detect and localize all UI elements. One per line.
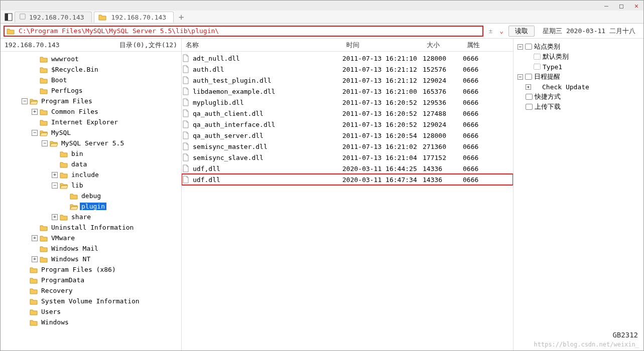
tree-item[interactable]: −MySQL Server 5.5 <box>2 138 180 148</box>
spacer <box>22 309 28 315</box>
file-row[interactable]: auth_test_plugin.dll2011-07-13 16:21:121… <box>182 75 513 86</box>
file-row[interactable]: qa_auth_client.dll2011-07-13 16:20:52127… <box>182 108 513 119</box>
chevron-down-icon[interactable]: ⌄ <box>497 27 505 35</box>
side-node-shortcut[interactable]: 快捷方式 <box>518 92 639 102</box>
folder-icon <box>30 98 38 105</box>
file-name: auth_test_plugin.dll <box>193 77 272 84</box>
file-time: 2011-07-13 16:21:00 <box>342 88 423 95</box>
file-row[interactable]: mypluglib.dll2011-07-13 16:20:5212953606… <box>182 97 513 108</box>
tree-label: bin <box>70 150 84 157</box>
app-icon[interactable] <box>3 12 15 23</box>
tree-item[interactable]: plugin <box>2 201 180 212</box>
file-size: 129536 <box>423 99 463 106</box>
folder-icon <box>40 256 48 263</box>
file-name: qa_auth_interface.dll <box>193 121 275 128</box>
tree-item[interactable]: Recovery <box>2 285 180 296</box>
file-row[interactable]: udf.dll2020-03-11 16:47:34143360666 <box>182 174 513 185</box>
tree-item[interactable]: Internet Explorer <box>2 117 180 127</box>
expand-icon[interactable]: + <box>52 172 58 178</box>
side-node-schedule[interactable]: −日程提醒 <box>518 72 639 82</box>
file-row[interactable]: adt_null.dll2011-07-13 16:21:10128000066… <box>182 53 513 64</box>
file-size: 271360 <box>423 143 463 150</box>
tree-item[interactable]: bin <box>2 148 180 159</box>
tree-label: Users <box>40 308 62 315</box>
file-icon <box>182 65 190 73</box>
folder-icon <box>30 319 38 326</box>
side-node-transfer[interactable]: 上传下载 <box>518 102 639 112</box>
toggle-icon[interactable]: ± <box>486 27 494 35</box>
col-time[interactable]: 时间 <box>342 41 423 50</box>
tree-item[interactable]: Uninstall Information <box>2 222 180 233</box>
expand-icon[interactable]: + <box>32 109 38 115</box>
spacer <box>52 161 58 167</box>
folder-icon <box>7 28 15 35</box>
col-size[interactable]: 大小 <box>423 41 463 50</box>
tree-item[interactable]: $Recycle.Bin <box>2 64 180 75</box>
tree-item[interactable]: Boot <box>2 75 180 85</box>
file-row[interactable]: qa_auth_interface.dll2011-07-13 16:20:52… <box>182 119 513 130</box>
tree-item[interactable]: −lib <box>2 180 180 191</box>
tab-inactive[interactable]: 192.168.70.143 <box>15 12 92 23</box>
tree-label: include <box>70 171 100 179</box>
tree-stats: 目录(0),文件(12) <box>119 41 177 50</box>
file-attr: 0666 <box>463 176 498 184</box>
file-name: qa_auth_client.dll <box>193 110 264 117</box>
read-button[interactable]: 读取 <box>508 26 535 37</box>
tree-item[interactable]: PerfLogs <box>2 85 180 96</box>
tree-label: System Volume Information <box>40 297 141 305</box>
tree-item[interactable]: ProgramData <box>2 275 180 285</box>
tree-item[interactable]: Windows <box>2 317 180 327</box>
tree-item[interactable]: wwwroot <box>2 54 180 64</box>
address-input[interactable] <box>19 27 480 35</box>
tree-item[interactable]: data <box>2 159 180 169</box>
file-row[interactable]: udf,dll2020-03-11 16:44:25143360666 <box>182 163 513 174</box>
expand-icon[interactable]: + <box>52 214 58 220</box>
close-button[interactable]: ✕ <box>632 2 640 10</box>
file-row[interactable]: auth.dll2011-07-13 16:21:121525760666 <box>182 64 513 75</box>
side-node-type1[interactable]: Type1 <box>518 62 639 72</box>
side-node-site-category[interactable]: −站点类别 <box>518 42 639 52</box>
collapse-icon[interactable]: − <box>42 140 48 146</box>
expand-icon[interactable]: + <box>32 235 38 241</box>
tree-item[interactable]: debug <box>2 191 180 201</box>
titlebar: — □ ✕ <box>1 1 643 11</box>
collapse-icon[interactable]: − <box>52 183 58 189</box>
file-row[interactable]: semisync_master.dll2011-07-13 16:21:0227… <box>182 141 513 152</box>
col-name[interactable]: 名称 <box>182 41 342 50</box>
tree-item[interactable]: +include <box>2 169 180 180</box>
tab-active[interactable]: 192.168.70.143 <box>94 12 174 23</box>
tree-item[interactable]: +VMware <box>2 233 180 243</box>
file-attr: 0666 <box>463 77 498 84</box>
tree-item[interactable]: +share <box>2 212 180 222</box>
file-row[interactable]: qa_auth_server.dll2011-07-13 16:20:54128… <box>182 130 513 141</box>
file-row[interactable]: semisync_slave.dll2011-07-13 16:21:04177… <box>182 152 513 163</box>
minimize-button[interactable]: — <box>602 2 610 10</box>
side-node-default[interactable]: 默认类别 <box>518 52 639 62</box>
file-icon <box>182 120 190 128</box>
file-size: 14336 <box>423 165 463 172</box>
new-tab-button[interactable]: + <box>176 12 187 23</box>
tree-item[interactable]: −Program Files <box>2 96 180 106</box>
tree-item[interactable]: Users <box>2 306 180 317</box>
file-time: 2011-07-13 16:21:02 <box>342 143 423 150</box>
file-time: 2020-03-11 16:47:34 <box>342 176 423 184</box>
tree-label: Uninstall Information <box>50 224 135 231</box>
tree-item[interactable]: Program Files (x86) <box>2 264 180 275</box>
tree-label: data <box>70 160 88 168</box>
tree-item[interactable]: Windows Mail <box>2 243 180 254</box>
collapse-icon[interactable]: − <box>22 98 28 104</box>
col-attr[interactable]: 属性 <box>463 41 498 50</box>
file-time: 2011-07-13 16:20:52 <box>342 99 423 106</box>
maximize-button[interactable]: □ <box>617 2 625 10</box>
folder-icon <box>40 224 48 231</box>
tree-item[interactable]: +Common Files <box>2 106 180 117</box>
file-name: semisync_master.dll <box>193 143 268 150</box>
side-node-check-update[interactable]: +Check Update <box>518 82 639 92</box>
tree-item[interactable]: +Windows NT <box>2 254 180 264</box>
tree-item[interactable]: −MySQL <box>2 127 180 138</box>
file-row[interactable]: libdaemon_example.dll2011-07-13 16:21:00… <box>182 86 513 97</box>
tree-item[interactable]: System Volume Information <box>2 296 180 306</box>
collapse-icon[interactable]: − <box>32 130 38 136</box>
expand-icon[interactable]: + <box>32 256 38 262</box>
file-time: 2011-07-13 16:21:12 <box>342 66 423 73</box>
